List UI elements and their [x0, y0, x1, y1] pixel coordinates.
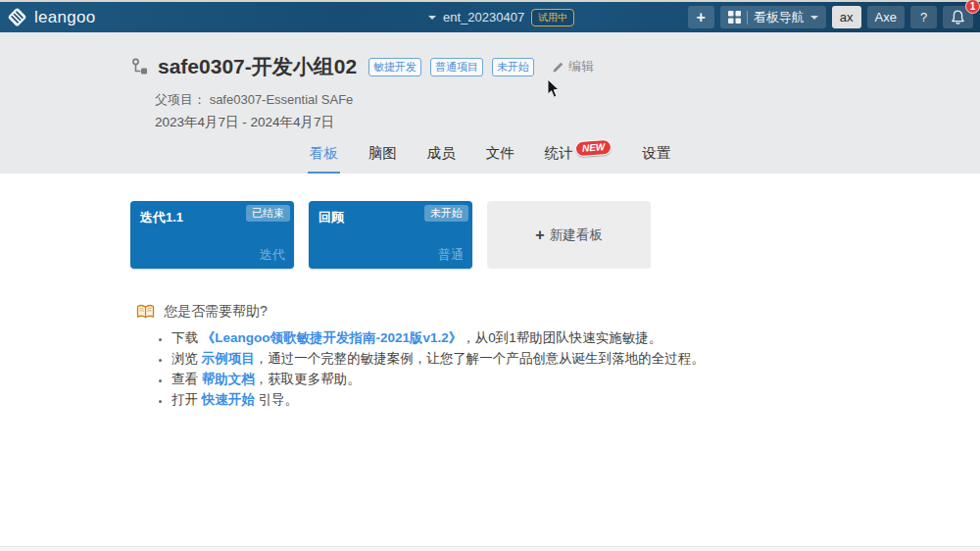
top-navbar: leangoo ent_20230407 试用中 + 看板导航 ax Axe ?	[0, 2, 980, 32]
new-board-label: 新建看板	[550, 226, 603, 244]
caret-down-icon	[428, 16, 436, 20]
plus-icon: +	[535, 226, 544, 244]
new-board-button[interactable]: + 新建看板	[487, 201, 651, 269]
tab-settings[interactable]: 设置	[640, 136, 672, 174]
board-status-badge: 未开始	[424, 205, 468, 222]
project-header: safe0307-开发小组02 敏捷开发 普通项目 未开始 编辑 父项目： sa…	[0, 32, 980, 174]
parent-project-value: safe0307-Essential SAFe	[210, 92, 354, 107]
help-item-text: 查看	[172, 372, 202, 386]
help-item-text: 下载	[172, 330, 202, 345]
page-title: safe0307-开发小组02	[158, 53, 357, 80]
board-nav-button[interactable]: 看板导航	[720, 6, 826, 28]
tag-status: 未开始	[492, 58, 534, 76]
logo-text: leangoo	[34, 8, 96, 27]
project-date-range: 2023年4月7日 - 2024年4月7日	[155, 114, 334, 131]
help-item: 查看 帮助文档，获取更多帮助。	[172, 371, 842, 387]
bell-icon	[951, 10, 965, 25]
notifications-button[interactable]: 1	[943, 6, 973, 28]
tab-bar: 看板 脑图 成员 文件 统计NEW 设置	[0, 136, 980, 174]
help-item: 浏览 示例项目，通过一个完整的敏捷案例，让您了解一个产品创意从诞生到落地的全过程…	[172, 350, 842, 367]
org-name: ent_20230407	[443, 10, 524, 25]
new-badge: NEW	[574, 139, 612, 158]
open-book-icon	[136, 304, 155, 320]
parent-project: 父项目： safe0307-Essential SAFe	[155, 91, 353, 109]
help-item-text: 浏览	[172, 351, 202, 366]
help-item-text: ，获取更多帮助。	[255, 372, 361, 386]
tag-project-type: 普通项目	[430, 58, 483, 76]
trial-status-badge: 试用中	[531, 9, 574, 26]
tab-boards[interactable]: 看板	[308, 136, 340, 174]
user-initials-button[interactable]: ax	[832, 6, 861, 28]
help-section: 您是否需要帮助? 下载 《Leangoo领歌敏捷开发指南-2021版v1.2》，…	[136, 303, 842, 408]
edit-button[interactable]: 编辑	[552, 58, 594, 75]
window-bottom-edge	[0, 546, 980, 551]
tab-mindmap[interactable]: 脑图	[367, 136, 399, 174]
leangoo-logo[interactable]: leangoo	[7, 7, 96, 27]
parent-project-label: 父项目：	[155, 92, 206, 107]
tab-members[interactable]: 成员	[425, 136, 458, 174]
tab-statistics[interactable]: 统计NEW	[543, 136, 613, 174]
board-title: 回顾	[318, 209, 344, 226]
help-item-text: ，通过一个完整的敏捷案例，让您了解一个产品创意从诞生到落地的全过程。	[255, 351, 705, 366]
tag-agile: 敏捷开发	[368, 58, 421, 76]
caret-down-icon	[810, 16, 818, 20]
leangoo-diamond-icon	[7, 7, 27, 27]
navbar-actions: + 看板导航 ax Axe ? 1	[688, 6, 973, 28]
help-header: 您是否需要帮助?	[136, 303, 842, 321]
board-type-watermark: 迭代	[260, 246, 285, 264]
board-card-list: 迭代1.1 已结束 迭代 回顾 未开始 普通 + 新建看板	[130, 201, 980, 269]
board-type-watermark: 普通	[438, 246, 464, 264]
org-switcher[interactable]: ent_20230407 试用中	[428, 2, 574, 32]
help-button[interactable]: ?	[910, 6, 937, 28]
guide-download-link[interactable]: 《Leangoo领歌敏捷开发指南-2021版v1.2》	[202, 330, 463, 345]
tab-files[interactable]: 文件	[484, 136, 516, 174]
help-item-text: 引导。	[255, 392, 298, 407]
user-name-button[interactable]: Axe	[867, 6, 905, 28]
help-item-text: ，从0到1帮助团队快速实施敏捷。	[462, 330, 662, 345]
help-item-text: 打开	[172, 392, 202, 407]
board-card-review[interactable]: 回顾 未开始 普通	[309, 201, 472, 269]
tab-statistics-label: 统计	[545, 145, 573, 161]
help-item: 打开 快速开始 引导。	[172, 391, 842, 408]
help-docs-link[interactable]: 帮助文档	[202, 372, 255, 386]
divider	[747, 11, 748, 25]
help-title: 您是否需要帮助?	[164, 303, 268, 321]
grid-icon	[728, 11, 741, 24]
title-row: safe0307-开发小组02 敏捷开发 普通项目 未开始 编辑	[131, 53, 594, 80]
board-status-badge: 已结束	[246, 205, 290, 222]
board-title: 迭代1.1	[140, 209, 183, 226]
pencil-icon	[552, 61, 564, 74]
help-list: 下载 《Leangoo领歌敏捷开发指南-2021版v1.2》，从0到1帮助团队快…	[172, 329, 842, 408]
subproject-hierarchy-icon	[131, 58, 149, 75]
board-card-iteration[interactable]: 迭代1.1 已结束 迭代	[130, 201, 294, 269]
sample-project-link[interactable]: 示例项目	[202, 351, 255, 366]
add-button[interactable]: +	[688, 6, 714, 28]
quick-start-link[interactable]: 快速开始	[202, 392, 255, 407]
edit-label: 编辑	[568, 58, 594, 75]
board-nav-label: 看板导航	[754, 9, 805, 26]
help-item: 下载 《Leangoo领歌敏捷开发指南-2021版v1.2》，从0到1帮助团队快…	[172, 329, 842, 346]
notification-count-badge: 1	[965, 0, 980, 14]
